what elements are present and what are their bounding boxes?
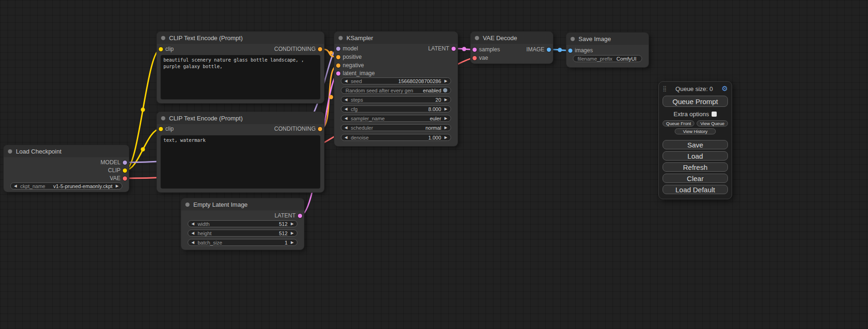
widget-ckpt-name[interactable]: ◀ ckpt_name v1-5-pruned-emaonly.ckpt ▶ (10, 182, 122, 189)
increment-arrow-icon[interactable]: ▶ (445, 134, 447, 140)
decrement-arrow-icon[interactable]: ◀ (345, 134, 347, 140)
output-slot-vae: VAE (4, 175, 129, 182)
slot-label: CONDITIONING (274, 46, 316, 52)
clear-button[interactable]: Clear (663, 174, 728, 183)
widget-name: cfg (351, 106, 428, 112)
prompt-text-area[interactable]: text, watermark (161, 135, 320, 189)
node-clip-text-encode-negative[interactable]: CLIP Text Encode (Prompt) clip CONDITION… (157, 112, 324, 192)
view-history-button[interactable]: View History (675, 128, 716, 134)
increment-arrow-icon[interactable]: ▶ (445, 78, 447, 84)
wire-midpoint-dot (558, 48, 562, 52)
widget-scheduler[interactable]: ◀ scheduler normal ▶ (341, 124, 451, 131)
slot-dot-clip[interactable] (123, 168, 127, 173)
refresh-button[interactable]: Refresh (663, 162, 728, 172)
input-slot-vae: vae (471, 54, 553, 62)
node-title: VAE Decode (483, 35, 517, 42)
widget-steps[interactable]: ◀ steps 20 ▶ (341, 96, 451, 103)
increment-arrow-icon[interactable]: ▶ (445, 125, 447, 131)
extra-options-checkbox[interactable] (712, 112, 717, 117)
prompt-text-area[interactable]: beautiful scenery nature glass bottle la… (161, 55, 320, 99)
view-queue-button[interactable]: View Queue (697, 120, 728, 126)
decrement-arrow-icon[interactable]: ◀ (345, 97, 347, 103)
node-collapse-dot-icon[interactable] (185, 203, 190, 207)
widget-seed[interactable]: ◀ seed 156680208700286 ▶ (341, 77, 451, 84)
node-title-bar[interactable]: Empty Latent Image (181, 198, 304, 210)
slot-dot-latent[interactable] (298, 214, 302, 218)
queue-size-label: Queue size: 0 (676, 85, 713, 92)
increment-arrow-icon[interactable]: ▶ (291, 239, 294, 245)
decrement-arrow-icon[interactable]: ◀ (345, 78, 347, 84)
widget-filename-prefix[interactable]: filename_prefix ComfyUI (573, 55, 642, 62)
node-collapse-dot-icon[interactable] (475, 36, 479, 40)
drag-handle-icon[interactable]: ⣿ (663, 85, 667, 92)
node-collapse-dot-icon[interactable] (339, 36, 343, 40)
save-button[interactable]: Save (663, 140, 728, 149)
node-title-bar[interactable]: Save Image (566, 33, 649, 45)
input-slot-negative: negative (334, 62, 458, 69)
slot-dot-image[interactable] (568, 49, 572, 53)
increment-arrow-icon[interactable]: ▶ (291, 221, 294, 227)
node-collapse-dot-icon[interactable] (8, 149, 12, 154)
slot-dot-conditioning[interactable] (336, 55, 340, 59)
node-save-image[interactable]: Save Image images filename_prefix ComfyU… (566, 33, 649, 67)
slot-dot-conditioning[interactable] (318, 47, 322, 51)
widget-random-seed-toggle[interactable]: Random seed after every gen enabled (341, 87, 451, 94)
decrement-arrow-icon[interactable]: ◀ (345, 106, 347, 112)
slot-dot-conditioning[interactable] (336, 63, 340, 68)
node-load-checkpoint[interactable]: Load Checkpoint MODEL CLIP VAE ◀ ckpt_na… (4, 145, 129, 192)
slot-dot-conditioning[interactable] (318, 127, 322, 131)
load-button[interactable]: Load (663, 151, 728, 161)
node-collapse-dot-icon[interactable] (161, 36, 165, 40)
increment-arrow-icon[interactable]: ▶ (445, 97, 447, 103)
node-title-bar[interactable]: CLIP Text Encode (Prompt) (157, 32, 324, 44)
decrement-arrow-icon[interactable]: ◀ (345, 115, 347, 121)
increment-arrow-icon[interactable]: ▶ (445, 106, 447, 112)
decrement-arrow-icon[interactable]: ◀ (191, 230, 194, 236)
widget-width[interactable]: ◀ width 512 ▶ (188, 220, 297, 227)
increment-arrow-icon[interactable]: ▶ (116, 183, 119, 189)
node-title: Save Image (579, 35, 611, 42)
increment-arrow-icon[interactable]: ▶ (291, 230, 294, 236)
widget-value: 512 (279, 231, 287, 236)
slot-dot-model[interactable] (123, 161, 127, 165)
decrement-arrow-icon[interactable]: ◀ (191, 239, 194, 245)
slot-label: MODEL (100, 159, 120, 166)
queue-prompt-button[interactable]: Queue Prompt (663, 96, 728, 107)
node-collapse-dot-icon[interactable] (161, 116, 165, 120)
widget-value: normal (425, 125, 441, 131)
load-default-button[interactable]: Load Default (663, 185, 728, 194)
node-title-bar[interactable]: KSampler (334, 32, 458, 44)
decrement-arrow-icon[interactable]: ◀ (345, 125, 347, 131)
decrement-arrow-icon[interactable]: ◀ (191, 221, 194, 227)
node-empty-latent-image[interactable]: Empty Latent Image LATENT ◀ width 512 ▶ … (181, 198, 304, 250)
node-title-bar[interactable]: VAE Decode (471, 32, 553, 44)
widget-denoise[interactable]: ◀ denoise 1.000 ▶ (341, 134, 451, 141)
slot-dot-vae[interactable] (123, 176, 127, 181)
settings-gear-icon[interactable]: ⚙ (722, 84, 728, 93)
node-title-bar[interactable]: Load Checkpoint (4, 145, 129, 157)
slot-label: images (575, 47, 593, 54)
node-vae-decode[interactable]: VAE Decode samples IMAGE vae (471, 32, 553, 63)
widget-cfg[interactable]: ◀ cfg 8.000 ▶ (341, 105, 451, 112)
decrement-arrow-icon[interactable]: ◀ (14, 183, 17, 189)
widget-sampler-name[interactable]: ◀ sampler_name euler ▶ (341, 115, 451, 122)
wire-midpoint-dot (462, 47, 466, 51)
slot-label: vae (479, 55, 488, 61)
node-clip-text-encode-positive[interactable]: CLIP Text Encode (Prompt) clip CONDITION… (157, 32, 324, 103)
widget-batch-size[interactable]: ◀ batch_size 1 ▶ (188, 239, 297, 246)
slot-dot-image[interactable] (547, 48, 551, 52)
queue-front-button[interactable]: Queue Front (663, 120, 694, 126)
slot-dot-latent[interactable] (336, 71, 340, 76)
node-title: KSampler (346, 35, 373, 42)
increment-arrow-icon[interactable]: ▶ (445, 115, 447, 121)
node-title-bar[interactable]: CLIP Text Encode (Prompt) (157, 112, 324, 124)
node-ksampler[interactable]: KSampler model LATENT positive negative … (334, 32, 458, 146)
node-collapse-dot-icon[interactable] (571, 37, 575, 41)
slot-dot-vae[interactable] (473, 56, 477, 60)
node-graph-canvas[interactable]: Load Checkpoint MODEL CLIP VAE ◀ ckpt_na… (0, 0, 868, 329)
slot-dot-latent[interactable] (452, 47, 456, 51)
queue-menu-panel[interactable]: ⣿ Queue size: 0 ⚙ Queue Prompt Extra opt… (658, 81, 732, 199)
slot-label: negative (343, 62, 364, 69)
widget-height[interactable]: ◀ height 512 ▶ (188, 230, 297, 237)
toggle-knob[interactable] (443, 88, 447, 92)
